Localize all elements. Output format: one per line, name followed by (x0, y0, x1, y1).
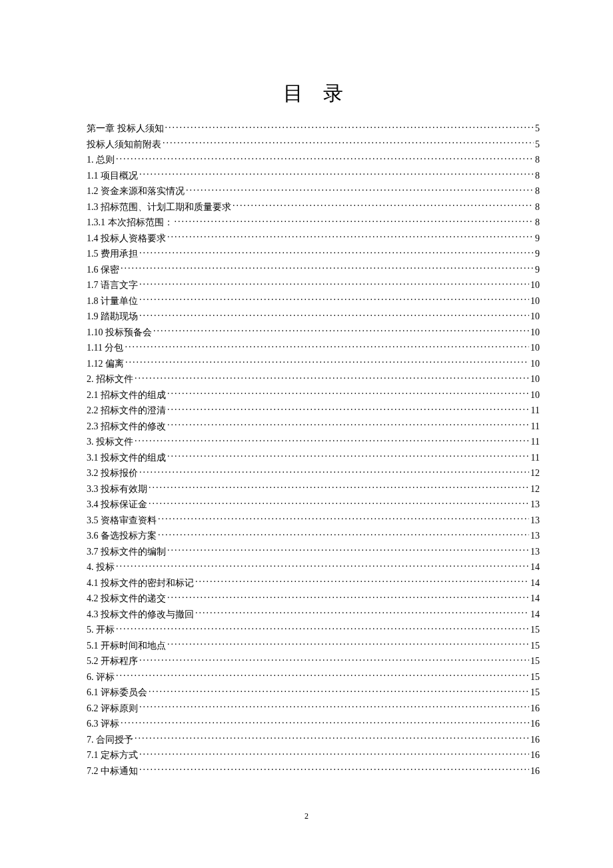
toc-entry-page: 15 (530, 653, 540, 669)
toc-entry-page: 14 (530, 575, 540, 591)
toc-leader (175, 216, 534, 225)
toc-leader (167, 545, 529, 555)
toc-entry-label: 2.2 招标文件的澄清 (87, 403, 166, 419)
toc-entry-label: 1.6 保密 (87, 262, 119, 278)
toc-entry-page: 8 (535, 183, 540, 199)
toc-entry: 3.7 投标文件的编制13 (87, 544, 540, 560)
toc-leader (158, 514, 529, 523)
toc-entry-label: 6.3 评标 (87, 716, 119, 732)
toc-entry-label: 6.1 评标委员会 (87, 685, 147, 701)
toc-leader (167, 420, 530, 429)
toc-entry-page: 16 (530, 716, 540, 732)
toc-entry: 6. 评标15 (87, 669, 540, 685)
toc-entry-label: 3.2 投标报价 (87, 465, 138, 481)
toc-title: 目录 (87, 80, 540, 107)
toc-entry-page: 10 (530, 325, 540, 341)
toc-leader (139, 310, 529, 319)
toc-entry-page: 13 (530, 528, 540, 544)
toc-leader (125, 357, 529, 367)
toc-entry-label: 3.1 投标文件的组成 (87, 450, 166, 466)
toc-leader (139, 247, 534, 257)
toc-entry-page: 14 (530, 591, 540, 607)
toc-entry-page: 10 (530, 387, 540, 403)
toc-entry: 6.3 评标16 (87, 716, 540, 732)
toc-leader (139, 749, 529, 758)
toc-leader (149, 483, 529, 492)
toc-entry: 1.5 费用承担9 (87, 246, 540, 262)
toc-entry-label: 1.9 踏勘现场 (87, 309, 138, 325)
toc-entry-label: 3.7 投标文件的编制 (87, 544, 166, 560)
toc-entry-page: 8 (535, 199, 540, 215)
toc-entry: 3.6 备选投标方案13 (87, 528, 540, 544)
toc-entry: 2.3 招标文件的修改11 (87, 419, 540, 435)
toc-entry: 1.6 保密9 (87, 262, 540, 278)
toc-entry-page: 10 (530, 309, 540, 325)
toc-leader (167, 592, 529, 601)
toc-entry: 3.4 投标保证金13 (87, 497, 540, 513)
toc-entry-page: 10 (530, 371, 540, 387)
toc-entry-label: 1.8 计量单位 (87, 293, 138, 309)
toc-entry-label: 投标人须知前附表 (87, 137, 161, 153)
toc-entry-label: 5. 开标 (87, 622, 115, 638)
toc-entry-page: 10 (530, 340, 540, 356)
toc-leader (167, 232, 534, 241)
toc-entry: 1.7 语言文字10 (87, 277, 540, 293)
toc-leader (121, 263, 534, 273)
toc-entry: 1.4 投标人资格要求9 (87, 231, 540, 247)
toc-entry-page: 12 (530, 465, 540, 481)
toc-entry-page: 16 (530, 732, 540, 748)
toc-entry-label: 7.2 中标通知 (87, 763, 138, 779)
toc-entry-page: 8 (535, 168, 540, 184)
toc-leader (116, 623, 529, 633)
toc-entry-label: 1.3 招标范围、计划工期和质量要求 (87, 199, 231, 215)
toc-entry: 1.10 投标预备会10 (87, 325, 540, 341)
toc-entry-label: 3.5 资格审查资料 (87, 513, 157, 529)
toc-entry-page: 15 (530, 685, 540, 701)
toc-leader (158, 529, 529, 539)
toc-entry-label: 1.11 分包 (87, 340, 123, 356)
toc-leader (125, 341, 529, 351)
toc-leader (149, 686, 529, 695)
toc-entry: 2.2 招标文件的澄清11 (87, 403, 540, 419)
toc-entry-label: 7. 合同授予 (87, 732, 133, 748)
toc-leader (135, 733, 529, 743)
toc-entry-page: 15 (530, 638, 540, 654)
toc-leader (233, 201, 534, 210)
page-content: 目录 第一章 投标人须知5投标人须知前附表51. 总则81.1 项目概况81.2… (0, 0, 613, 805)
toc-leader (149, 498, 529, 507)
toc-entry-label: 3. 投标文件 (87, 434, 133, 450)
toc-entry-label: 5.2 开标程序 (87, 653, 138, 669)
toc-entry-label: 4.1 投标文件的密封和标记 (87, 575, 194, 591)
toc-entry-page: 13 (530, 497, 540, 513)
toc-entry: 1.1 项目概况8 (87, 168, 540, 184)
toc-entry-label: 1.10 投标预备会 (87, 325, 152, 341)
toc-entry-page: 8 (535, 215, 540, 231)
toc-entry: 第一章 投标人须知5 (87, 121, 540, 137)
toc-leader (139, 295, 529, 304)
toc-entry: 3.1 投标文件的组成11 (87, 450, 540, 466)
toc-leader (186, 185, 534, 194)
toc-entry-page: 11 (531, 419, 540, 435)
toc-entry: 5.1 开标时间和地点15 (87, 638, 540, 654)
toc-entry-page: 10 (530, 356, 540, 372)
toc-entry: 1. 总则8 (87, 152, 540, 168)
toc-entry-page: 5 (535, 137, 540, 153)
toc-entry-label: 1.5 费用承担 (87, 246, 138, 262)
toc-entry: 4.2 投标文件的递交14 (87, 591, 540, 607)
toc-entry-label: 4.2 投标文件的递交 (87, 591, 166, 607)
toc-entry-page: 15 (530, 669, 540, 685)
toc-entry: 6.2 评标原则16 (87, 701, 540, 717)
toc-leader (139, 467, 529, 476)
toc-entry: 4.3 投标文件的修改与撤回14 (87, 607, 540, 623)
toc-entry: 1.3.1 本次招标范围：8 (87, 215, 540, 231)
toc-entry-page: 9 (535, 262, 540, 278)
toc-entry-label: 1.7 语言文字 (87, 277, 138, 293)
toc-entry: 5.2 开标程序15 (87, 653, 540, 669)
toc-leader (153, 326, 529, 335)
toc-entry: 3.3 投标有效期12 (87, 481, 540, 497)
toc-entry: 2. 招标文件10 (87, 371, 540, 387)
toc-leader (195, 577, 529, 586)
toc-entry-label: 1.12 偏离 (87, 356, 124, 372)
toc-leader (139, 169, 534, 179)
toc-entry-page: 11 (531, 434, 540, 450)
